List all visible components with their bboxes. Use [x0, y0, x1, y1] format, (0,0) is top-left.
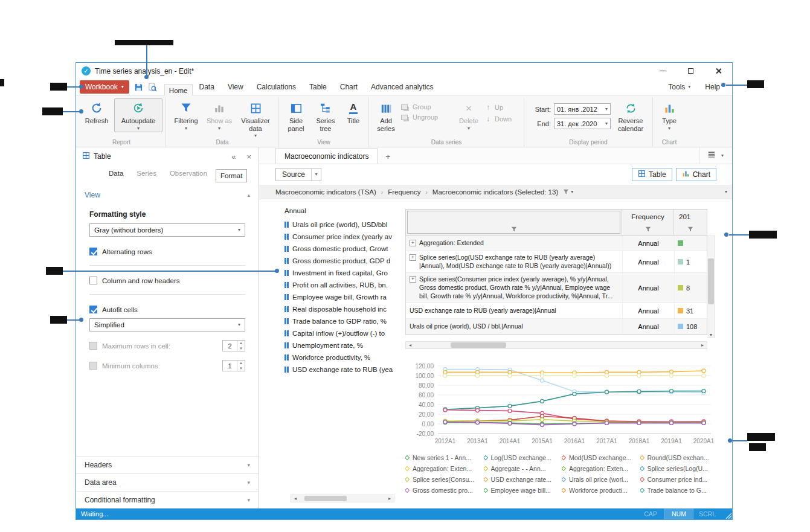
series-list-item[interactable]: Real disposable household inc	[284, 303, 405, 315]
autoupdate-button[interactable]: Autoupdate ▾	[114, 98, 162, 132]
chevron-down-icon[interactable]: ▾	[721, 153, 724, 158]
series-list-item[interactable]: Workforce productivity, %	[284, 351, 405, 364]
legend-item[interactable]: Aggregate - - Ann...	[484, 465, 561, 472]
legend-item[interactable]: Round(USD exchan...	[640, 454, 718, 461]
series-list-item[interactable]: Trade balance to GDP ratio, %	[284, 315, 405, 327]
delete-button[interactable]: × Delete ▾	[454, 98, 483, 131]
layout-icon[interactable]	[707, 150, 716, 161]
maximize-button[interactable]	[677, 63, 704, 79]
series-list-item[interactable]: Consumer price index (yearly av	[284, 231, 405, 243]
ungroup-button[interactable]: Ungroup	[401, 114, 453, 121]
legend-item[interactable]: Splice series(Log(U...	[640, 465, 718, 472]
legend-item[interactable]: Aggregation: Exten...	[562, 465, 639, 472]
ribbon-tab-data[interactable]: Data	[193, 79, 221, 95]
filter-icon[interactable]	[687, 226, 693, 232]
ribbon-tab-table[interactable]: Table	[303, 79, 333, 95]
series-list-item[interactable]: Investment in fixed capital, Gro	[284, 267, 405, 279]
table-row[interactable]: +Aggregation: ExtendedAnnual	[406, 236, 707, 251]
series-tree-button[interactable]: Series tree	[311, 98, 340, 132]
expand-icon[interactable]: +	[410, 240, 416, 246]
series-list-item[interactable]: USD exchange rate to RUB (yea	[284, 364, 405, 376]
title-button[interactable]: A Title	[341, 98, 365, 125]
move-up-button[interactable]: ↑Up	[484, 103, 521, 112]
column-row-headers-checkbox-row[interactable]: Column and row headers	[89, 277, 245, 284]
collapse-panel-button[interactable]: «	[231, 152, 236, 161]
table-horizontal-scrollbar[interactable]: ◂ ▸	[405, 341, 707, 349]
spinner-down-icon[interactable]: ▼	[237, 366, 245, 371]
filter-icon[interactable]	[511, 226, 517, 232]
ribbon-tab-view[interactable]: View	[221, 79, 250, 95]
scroll-right-icon[interactable]: ▸	[698, 342, 707, 348]
scroll-right-icon[interactable]: ▸	[385, 496, 394, 501]
visualizer-data-button[interactable]: Visualizer data ▾	[236, 98, 275, 138]
spinner-up-icon[interactable]: ▲	[237, 341, 245, 346]
ribbon-tab-chart[interactable]: Chart	[333, 79, 364, 95]
tools-menu[interactable]: Tools ▾	[668, 83, 690, 91]
end-date-combo[interactable]: 31. дек .2020 ▾	[554, 118, 611, 129]
title-bar[interactable]: ✓ Time series analysis_en - Edit*	[76, 63, 732, 79]
formatting-style-select[interactable]: Gray (without borders) ▾	[89, 223, 245, 237]
legend-item[interactable]: Splice series(Consu...	[405, 476, 483, 483]
ribbon-tab-calculations[interactable]: Calculations	[250, 79, 303, 95]
scroll-down-icon[interactable]: ▼	[707, 333, 715, 337]
legend-item[interactable]: Urals oil price (worl...	[562, 476, 639, 483]
legend-item[interactable]: Aggregation: Exten...	[405, 465, 483, 472]
legend-item[interactable]: Trade balance to G...	[640, 487, 718, 494]
table-vertical-scrollbar[interactable]: ▼	[707, 236, 715, 338]
group-button[interactable]: Group	[401, 103, 453, 111]
view-section-header[interactable]: View ▴	[76, 186, 259, 204]
min-columns-stepper[interactable]: 1 ▲▼	[222, 360, 245, 371]
help-menu[interactable]: Help	[705, 83, 720, 91]
close-panel-button[interactable]: ×	[246, 152, 251, 161]
table-row[interactable]: Urals oil price (world), USD / bbl.|Annu…	[406, 319, 707, 335]
chart-view-button[interactable]: Chart	[676, 168, 716, 181]
filtering-button[interactable]: Filtering ▾	[169, 98, 203, 131]
legend-item[interactable]: Gross domestic pro...	[405, 487, 483, 494]
checkbox-disabled-icon[interactable]	[89, 362, 97, 370]
breadcrumb-item[interactable]: Macroeconomic indicators (Selected: 13)	[432, 188, 558, 196]
frequency-column-header[interactable]: Frequency	[622, 210, 674, 235]
scroll-left-icon[interactable]: ◂	[291, 496, 300, 501]
series-list-item[interactable]: Gross domestic product, Growt	[284, 243, 405, 255]
table-view-button[interactable]: Table	[632, 168, 672, 181]
table-row[interactable]: USD exchange rate to RUB (yearly average…	[406, 303, 707, 319]
resize-grip[interactable]	[721, 508, 732, 519]
refresh-button[interactable]: Refresh	[80, 98, 113, 125]
legend-item[interactable]: Mod(USD exchange...	[562, 454, 639, 461]
checkbox-disabled-icon[interactable]	[89, 342, 97, 350]
close-button[interactable]	[704, 63, 732, 79]
series-list-item[interactable]: Profit on all activities, RUB, bn.	[284, 279, 405, 291]
spinner-up-icon[interactable]: ▲	[237, 361, 245, 366]
panel-tab-format[interactable]: Format	[216, 169, 247, 182]
panel-tab-observation[interactable]: Observation	[165, 168, 212, 179]
scroll-left-icon[interactable]: ◂	[406, 342, 414, 348]
save-button[interactable]	[134, 83, 143, 92]
table-row[interactable]: +Splice series(Consumer price index (yea…	[406, 273, 707, 303]
minimize-button[interactable]	[649, 63, 677, 79]
chart-type-button[interactable]: Type ▾	[656, 98, 683, 131]
scrollbar-thumb[interactable]	[708, 258, 714, 304]
series-list-item[interactable]: Urals oil price (world), USD/bbl	[284, 219, 405, 231]
breadcrumb-item[interactable]: Macroeconomic indicators (TSA)	[275, 188, 376, 196]
legend-item[interactable]: USD exchange rate...	[484, 476, 561, 483]
print-preview-button[interactable]	[148, 83, 157, 92]
autofit-mode-select[interactable]: Simplified ▾	[89, 318, 245, 332]
document-tab[interactable]: Macroeconomic indicators	[275, 148, 378, 164]
series-list-scrollbar[interactable]: ◂ ▸	[291, 495, 394, 502]
expand-icon[interactable]: +	[410, 254, 416, 261]
breadcrumb-filter-icon[interactable]: ▾	[563, 189, 573, 195]
source-button[interactable]: Source ▾	[275, 168, 321, 181]
legend-item[interactable]: Employee wage bill...	[484, 487, 561, 494]
add-tab-button[interactable]: +	[378, 150, 398, 164]
spinner-down-icon[interactable]: ▼	[237, 346, 245, 351]
reverse-calendar-button[interactable]: Reverse calendar	[612, 98, 649, 132]
section-header-headers[interactable]: Headers▾	[76, 456, 259, 473]
section-header-conditional-formatting[interactable]: Conditional formatting▾	[76, 491, 259, 508]
breadcrumb-item[interactable]: Frequency	[388, 188, 420, 196]
series-list-item[interactable]: Gross domestic product, GDP d	[284, 255, 405, 267]
max-rows-stepper[interactable]: 2 ▲▼	[222, 340, 245, 351]
panel-tab-series[interactable]: Series	[132, 168, 161, 179]
autofit-cells-checkbox-row[interactable]: Autofit cells	[89, 306, 245, 313]
legend-item[interactable]: Log(USD exchange...	[484, 454, 561, 461]
table-header[interactable]: Frequency 201	[405, 209, 707, 236]
